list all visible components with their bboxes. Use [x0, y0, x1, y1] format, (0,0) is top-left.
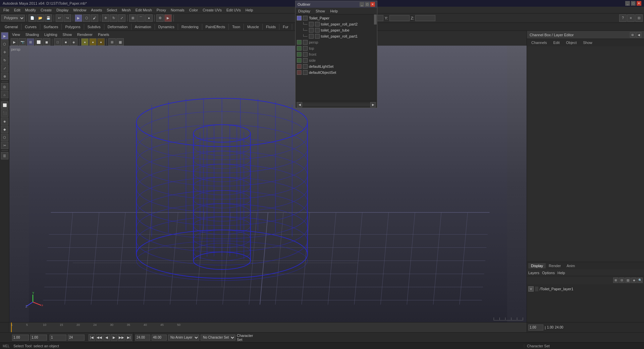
move-tool-button[interactable]: ✛: [102, 14, 109, 22]
outliner-item-top[interactable]: top: [296, 45, 374, 51]
show-manipulator-button[interactable]: ☰: [1, 152, 8, 159]
vp-show-menu[interactable]: Show: [61, 32, 73, 37]
vp-camera-icon[interactable]: 📷: [19, 38, 26, 46]
tab-general[interactable]: General: [1, 24, 21, 30]
vp-light2-button[interactable]: ●: [89, 38, 97, 46]
outliner-hscroll[interactable]: [302, 103, 370, 106]
menu-normals[interactable]: Normals: [169, 7, 186, 13]
tab-toon[interactable]: Toon: [229, 24, 244, 30]
outliner-scroll-left[interactable]: ◀: [297, 102, 302, 107]
outliner-show-menu[interactable]: Show: [314, 8, 326, 14]
outliner-scrollbar[interactable]: [374, 14, 377, 101]
paint-button[interactable]: ⬡: [1, 40, 8, 48]
layer-tab-display[interactable]: Display: [528, 263, 546, 268]
skip-fwd-button[interactable]: ▶|: [125, 334, 132, 341]
vp-hud-button[interactable]: ▦: [116, 38, 124, 46]
outliner-item-toilet-paper[interactable]: Toilet_Paper: [296, 15, 374, 21]
outliner-item-light-set[interactable]: defaultLightSet: [296, 63, 374, 69]
outliner-item-persp[interactable]: persp: [296, 39, 374, 45]
outliner-item-roll-part2[interactable]: └─ toilet_paper_roll_part2: [301, 21, 374, 27]
cut-button[interactable]: ✂: [1, 142, 8, 149]
outliner-scroll-thumb[interactable]: [374, 14, 377, 24]
redo-button[interactable]: ↪: [64, 14, 71, 22]
channel-box-icon1[interactable]: ⊞: [630, 32, 635, 38]
layer-vis-btn[interactable]: V: [528, 286, 534, 292]
open-file-button[interactable]: 📂: [37, 14, 44, 22]
tab-fluids[interactable]: Fluids: [263, 24, 279, 30]
help-button[interactable]: ?: [619, 14, 627, 22]
tab-fur[interactable]: Fur: [279, 24, 292, 30]
channel-box-icon2[interactable]: ◀: [636, 32, 641, 38]
menu-help[interactable]: Help: [244, 7, 255, 13]
outliner-item-roll-part1[interactable]: └─ toilet_paper_roll_part1: [301, 33, 374, 39]
menu-modify[interactable]: Modify: [23, 7, 38, 13]
maximize-button[interactable]: □: [631, 1, 636, 6]
outliner-maximize[interactable]: □: [365, 2, 370, 7]
menu-mesh[interactable]: Mesh: [120, 7, 133, 13]
undo-button[interactable]: ↩: [56, 14, 63, 22]
move-button[interactable]: ✛: [1, 48, 8, 56]
outliner-item-front[interactable]: front: [296, 51, 374, 57]
cb-tab-object[interactable]: Object: [563, 40, 580, 46]
paint-select-button[interactable]: 🖌: [91, 14, 98, 22]
character-set-select[interactable]: No Character Set: [201, 335, 235, 341]
vp-renderer-menu[interactable]: Renderer: [76, 32, 94, 37]
merge-button[interactable]: ◆: [1, 126, 8, 133]
menu-window[interactable]: Window: [71, 7, 88, 13]
lasso-tool-button[interactable]: ⬡: [83, 14, 90, 22]
select-tool-button[interactable]: ▶: [75, 14, 82, 22]
menu-edit[interactable]: Edit: [12, 7, 22, 13]
z-input[interactable]: [415, 15, 435, 21]
cb-tab-edit[interactable]: Edit: [550, 40, 562, 46]
play-button[interactable]: ▶: [111, 334, 117, 341]
viewport-canvas[interactable]: persp: [9, 46, 527, 322]
vp-view-menu[interactable]: View: [11, 32, 21, 37]
vp-shade3-button[interactable]: ◈: [70, 38, 77, 46]
timeline-current-frame[interactable]: [528, 325, 543, 331]
outliner-minimize[interactable]: _: [360, 2, 364, 7]
menu-select[interactable]: Select: [105, 7, 119, 13]
frame-step-input[interactable]: 1: [50, 335, 66, 341]
vp-wire-icon[interactable]: ⊞: [27, 38, 34, 46]
menu-edit-uvs[interactable]: Edit UVs: [224, 7, 243, 13]
bevel-button[interactable]: ◈: [1, 117, 8, 125]
anim-layer-select[interactable]: No Anim Layer: [168, 335, 199, 341]
layer-row-0[interactable]: V /Toilet_Paper_layer1: [528, 286, 643, 292]
rotate-button[interactable]: ↻: [1, 56, 8, 64]
panels-button[interactable]: ⊟: [635, 14, 643, 22]
anim-end-input[interactable]: 48.00: [152, 335, 167, 341]
vp-lighting-menu[interactable]: Lighting: [43, 32, 59, 37]
bridge-button[interactable]: ⬛: [1, 109, 8, 117]
sculpt-button[interactable]: ⌂: [1, 91, 8, 98]
range-mid-input[interactable]: [30, 335, 47, 341]
menu-color[interactable]: Color: [187, 7, 200, 13]
tab-subdivs[interactable]: Subdivs: [84, 24, 104, 30]
frame-count-input[interactable]: 24: [68, 335, 85, 341]
menu-create-uvs[interactable]: Create UVs: [201, 7, 224, 13]
new-file-button[interactable]: 📄: [29, 14, 36, 22]
menu-file[interactable]: File: [1, 7, 11, 13]
outliner-display-menu[interactable]: Display: [297, 8, 312, 14]
cb-tab-show[interactable]: Show: [580, 40, 595, 46]
outliner-content[interactable]: Toilet_Paper └─ toilet_paper_roll_part2 …: [296, 14, 374, 101]
vp-smooth-icon[interactable]: ⬜: [35, 38, 42, 46]
timeline-track[interactable]: 1 5 10 15 20 24 30 35 40 45 50: [9, 322, 527, 332]
outliner-item-object-set[interactable]: defaultObjectSet: [296, 69, 374, 76]
close-button[interactable]: ✕: [637, 1, 641, 6]
menu-assets[interactable]: Assets: [89, 7, 104, 13]
vp-shade1-button[interactable]: □: [54, 38, 61, 46]
vp-grid-button[interactable]: ⊞: [108, 38, 116, 46]
settings-button[interactable]: ≡: [627, 14, 635, 22]
layer-menu-options[interactable]: Options: [542, 271, 555, 275]
menu-create[interactable]: Create: [39, 7, 54, 13]
outliner-item-tube[interactable]: └─ toilet_paper_tube: [301, 27, 374, 33]
outliner-close[interactable]: ✕: [370, 2, 375, 7]
mode-select[interactable]: Polygons: [1, 15, 25, 21]
layer-menu-help[interactable]: Help: [557, 271, 565, 275]
menu-proxy[interactable]: Proxy: [155, 7, 168, 13]
back-button[interactable]: ◀: [103, 334, 110, 341]
tab-deformation[interactable]: Deformation: [104, 24, 131, 30]
vp-shading-menu[interactable]: Shading: [24, 32, 40, 37]
tab-animation[interactable]: Animation: [131, 24, 155, 30]
tab-curves[interactable]: Curves: [21, 24, 40, 30]
